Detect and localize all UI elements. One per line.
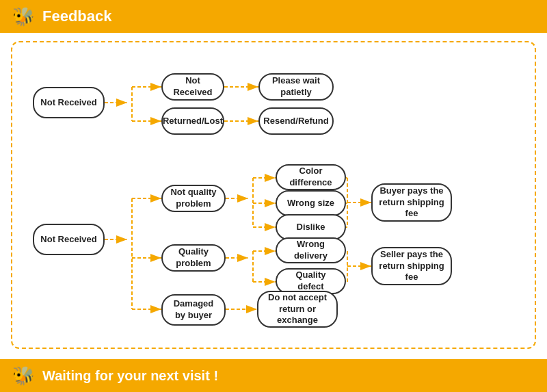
main-content: Not Received Not Received Returned/Lost … <box>11 41 536 349</box>
node-wrong-size: Wrong size <box>276 190 346 216</box>
node-wrong-delivery: Wrong delivery <box>276 237 346 263</box>
node-dislike: Dislike <box>276 214 346 240</box>
node-not-received-top-left: Not Received <box>33 87 105 118</box>
footer-title: Waiting for your next visit ! <box>42 368 218 384</box>
footer: 🐝 Waiting for your next visit ! <box>0 359 547 392</box>
header: 🐝 Feedback <box>0 0 547 33</box>
node-not-received-bottom-left: Not Received <box>33 224 105 255</box>
node-not-quality-problem: Not quality problem <box>161 185 226 212</box>
header-title: Feedback <box>42 8 112 25</box>
footer-bee-icon: 🐝 <box>11 363 36 388</box>
node-damaged-by-buyer: Damaged by buyer <box>161 294 226 326</box>
node-not-received-top-right: Not Received <box>161 73 224 101</box>
node-buyer-pays: Buyer pays the return shipping fee <box>371 183 452 222</box>
node-returned-lost: Returned/Lost <box>161 107 224 135</box>
node-resend-refund: Resend/Refund <box>258 107 334 135</box>
node-seller-pays: Seller pays the return shipping fee <box>371 247 452 285</box>
node-please-wait: Please wait patietly <box>258 73 334 101</box>
node-quality-problem: Quality problem <box>161 244 226 272</box>
header-bee-icon: 🐝 <box>11 4 36 29</box>
node-do-not-accept: Do not accept return or exchange <box>257 291 338 328</box>
node-color-difference: Color difference <box>276 164 346 190</box>
